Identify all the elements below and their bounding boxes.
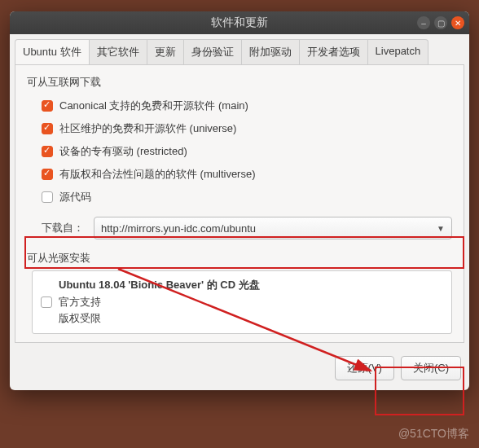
cdrom-section-title: 可从光驱安装 <box>27 251 452 266</box>
chevron-down-icon: ▼ <box>437 224 445 233</box>
window-controls: – ▢ ✕ <box>417 16 464 29</box>
label-restricted: 设备的专有驱动 (restricted) <box>59 144 187 159</box>
mirror-dropdown[interactable]: http://mirrors.yun-idc.com/ubuntu ▼ <box>94 217 452 239</box>
tab-authentication[interactable]: 身份验证 <box>184 39 242 64</box>
tabs: Ubuntu 软件 其它软件 更新 身份验证 附加驱动 开发者选项 Livepa… <box>10 34 469 64</box>
tab-developer-options[interactable]: 开发者选项 <box>300 39 368 64</box>
option-multiverse: 有版权和合法性问题的的软件 (multiverse) <box>27 163 452 186</box>
cdrom-box: Ubuntu 18.04 'Bionic Beaver' 的 CD 光盘 官方支… <box>32 270 452 334</box>
window-title: 软件和更新 <box>211 15 268 30</box>
label-source: 源代码 <box>59 190 91 204</box>
option-restricted: 设备的专有驱动 (restricted) <box>27 140 452 163</box>
tab-ubuntu-software[interactable]: Ubuntu 软件 <box>15 39 90 64</box>
maximize-button[interactable]: ▢ <box>434 16 447 29</box>
option-main: Canonical 支持的免费和开源软件 (main) <box>27 94 452 117</box>
option-source: 源代码 <box>27 186 452 209</box>
internet-section-title: 可从互联网下载 <box>27 75 452 90</box>
tab-additional-drivers[interactable]: 附加驱动 <box>242 39 300 64</box>
close-window-button[interactable]: ✕ <box>451 16 464 29</box>
cdrom-copyright-restricted: 版权受限 <box>41 310 443 327</box>
cdrom-official-support: 官方支持 <box>41 294 443 310</box>
option-universe: 社区维护的免费和开源软件 (universe) <box>27 117 452 140</box>
revert-button[interactable]: 还原(V) <box>335 356 394 380</box>
minimize-button[interactable]: – <box>417 16 430 29</box>
checkbox-official-support[interactable] <box>41 296 52 308</box>
tab-livepatch[interactable]: Livepatch <box>368 39 429 64</box>
titlebar: 软件和更新 – ▢ ✕ <box>10 11 469 34</box>
checkbox-restricted[interactable] <box>42 146 53 157</box>
checkbox-source[interactable] <box>42 191 53 203</box>
checkbox-multiverse[interactable] <box>42 169 53 180</box>
label-universe: 社区维护的免费和开源软件 (universe) <box>59 121 236 136</box>
download-from-row: 下载自： http://mirrors.yun-idc.com/ubuntu ▼ <box>27 209 452 251</box>
watermark: @51CTO博客 <box>398 427 469 441</box>
cdrom-disc-title: Ubuntu 18.04 'Bionic Beaver' 的 CD 光盘 <box>41 278 443 292</box>
label-multiverse: 有版权和合法性问题的的软件 (multiverse) <box>59 167 256 182</box>
label-main: Canonical 支持的免费和开源软件 (main) <box>59 99 248 113</box>
download-from-label: 下载自： <box>42 221 84 235</box>
tab-updates[interactable]: 更新 <box>147 39 184 64</box>
label-copyright-restricted: 版权受限 <box>59 311 101 326</box>
checkbox-universe[interactable] <box>42 123 53 134</box>
tab-panel: 可从互联网下载 Canonical 支持的免费和开源软件 (main) 社区维护… <box>15 64 464 343</box>
checkbox-main[interactable] <box>42 100 53 112</box>
software-updates-window: 软件和更新 – ▢ ✕ Ubuntu 软件 其它软件 更新 身份验证 附加驱动 … <box>10 11 469 390</box>
mirror-value: http://mirrors.yun-idc.com/ubuntu <box>101 222 256 235</box>
close-button[interactable]: 关闭(C) <box>401 356 461 380</box>
footer: 还原(V) 关闭(C) <box>10 348 469 390</box>
tab-other-software[interactable]: 其它软件 <box>90 39 147 64</box>
label-official-support: 官方支持 <box>59 295 101 310</box>
